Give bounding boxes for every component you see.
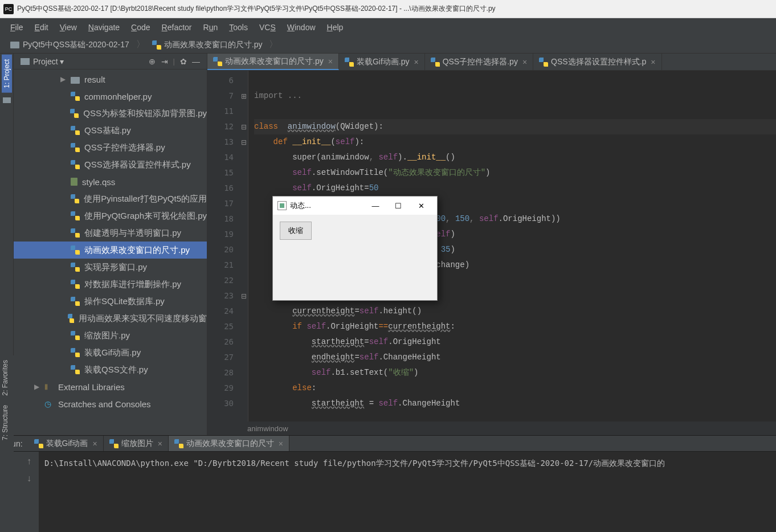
menu-run[interactable]: Run <box>198 21 224 34</box>
menu-window[interactable]: Window <box>281 21 321 34</box>
menu-code[interactable]: Code <box>125 21 156 34</box>
fold-icon <box>239 242 248 257</box>
maximize-icon[interactable]: ☐ <box>387 202 410 210</box>
expand-arrow-icon[interactable]: ▶ <box>60 75 68 83</box>
tree-item[interactable]: 用动画效果来实现不同速度移动窗 <box>14 310 207 327</box>
collapse-icon[interactable]: ⇥ <box>158 55 171 68</box>
code-line[interactable]: if self.OrigHeight==currentheight: <box>254 319 776 334</box>
tree-item[interactable]: QSS子控件选择器.py <box>14 139 207 156</box>
tool-structure[interactable]: 7: Structure <box>0 400 10 445</box>
code-line[interactable] <box>254 104 776 119</box>
close-icon[interactable]: × <box>651 58 655 67</box>
tool-project[interactable]: 1: Project <box>2 55 12 93</box>
run-tab-label: 装载Gif动画 <box>46 439 88 449</box>
menu-tools[interactable]: Tools <box>223 21 254 34</box>
tree-item[interactable]: ◷Scratches and Consoles <box>14 395 207 412</box>
code-line[interactable]: self.b1.setText("收缩") <box>254 365 776 380</box>
code-line[interactable]: self.OrigHeight=50 <box>254 181 776 196</box>
fold-icon[interactable]: ⊟ <box>239 288 248 304</box>
tree-item[interactable]: ▶⫴External Libraries <box>14 378 207 395</box>
hide-icon[interactable]: — <box>190 55 202 68</box>
fold-icon <box>239 319 248 334</box>
code-context[interactable]: animwindow <box>207 421 776 435</box>
tree-item[interactable]: 创建透明与半透明窗口.py <box>14 224 207 242</box>
tree-item[interactable]: 操作SQLite数据库.py <box>14 293 207 310</box>
close-icon[interactable]: × <box>279 439 283 448</box>
close-icon[interactable]: × <box>92 439 97 448</box>
tree-item[interactable]: 对数据库进行增删操作.py <box>14 276 207 293</box>
fold-icon[interactable]: ⊞ <box>239 88 248 104</box>
menu-help[interactable]: Help <box>321 21 349 34</box>
menu-vcs[interactable]: VCS <box>254 21 281 34</box>
down-arrow-icon[interactable]: ↓ <box>27 473 31 484</box>
menu-refactor[interactable]: Refactor <box>156 21 198 34</box>
code-line[interactable]: else: <box>254 380 776 396</box>
fold-gutter[interactable]: ⊞⊟⊟⊟ <box>239 71 248 421</box>
fold-icon <box>239 396 248 411</box>
tree-item[interactable]: ▶result <box>14 71 207 88</box>
run-tab[interactable]: 装载Gif动画× <box>28 436 104 451</box>
code-line[interactable]: class animwindow(QWidget): <box>254 119 776 134</box>
line-gutter[interactable]: 6711121314151617181920212223242526272829… <box>207 71 239 421</box>
tree-item[interactable]: commonhelper.py <box>14 88 207 105</box>
code-line[interactable]: self.setWindowTitle("动态效果改变窗口的尺寸") <box>254 165 776 181</box>
close-icon[interactable]: × <box>414 58 418 67</box>
code-line[interactable]: endheight=self.ChangeHeight <box>254 350 776 365</box>
editor-tab[interactable]: QSS子控件选择器.py× <box>425 54 533 70</box>
minimize-icon[interactable]: — <box>364 202 387 210</box>
close-icon[interactable]: ✕ <box>410 202 432 210</box>
code-line[interactable]: def __init__(self): <box>254 134 776 150</box>
close-icon[interactable]: × <box>522 58 527 67</box>
tree-item-label: 动画效果改变窗口的尺寸.py <box>84 245 190 256</box>
menu-navigate[interactable]: Navigate <box>83 21 125 34</box>
tree-item[interactable]: 缩放图片.py <box>14 327 207 344</box>
code-line[interactable]: import ... <box>254 88 776 104</box>
project-tree[interactable]: ▶resultcommonhelper.pyQSS为标签和按钮添加背景图.pyQ… <box>14 69 207 435</box>
run-tab-label: 缩放图片 <box>121 439 153 449</box>
menu-view[interactable]: View <box>54 21 83 34</box>
fold-icon <box>239 273 248 288</box>
menu-edit[interactable]: Edit <box>29 21 54 34</box>
tree-item[interactable]: QSS选择器设置控件样式.py <box>14 156 207 173</box>
run-tab[interactable]: 动画效果改变窗口的尺寸× <box>169 436 289 451</box>
shrink-button[interactable]: 收缩 <box>280 222 312 240</box>
run-tab[interactable]: 缩放图片× <box>104 436 169 451</box>
tree-item[interactable]: 使用Pyinstaller打包PyQt5的应用 <box>14 190 207 207</box>
folder-mini-icon[interactable] <box>3 97 11 103</box>
tree-item-label: 缩放图片.py <box>84 330 130 341</box>
run-body: ↻ ↑ ↓ D:\Install\ANACONDA\python.exe "D:… <box>0 452 776 532</box>
tree-item[interactable]: QSS基础.py <box>14 122 207 139</box>
tree-item[interactable]: style.qss <box>14 173 207 190</box>
editor-tab[interactable]: 动画效果改变窗口的尺寸.py× <box>207 54 339 70</box>
up-arrow-icon[interactable]: ↑ <box>27 456 31 466</box>
close-icon[interactable]: × <box>158 439 162 448</box>
fold-icon[interactable]: ⊟ <box>239 119 248 134</box>
breadcrumb-folder[interactable]: PyQt5中QSS基础-2020-02-17 <box>6 39 134 51</box>
editor-tab[interactable]: QSS选择器设置控件样式.p× <box>533 54 661 70</box>
tree-item[interactable]: 使用PyQtGraph来可视化绘图.py <box>14 207 207 224</box>
tree-item[interactable]: 装载QSS文件.py <box>14 361 207 378</box>
breadcrumb-file[interactable]: 动画效果改变窗口的尺寸.py <box>148 39 267 51</box>
close-icon[interactable]: × <box>328 57 333 66</box>
code-line[interactable]: startheight=self.OrigHeight <box>254 334 776 350</box>
tree-item[interactable]: 实现异形窗口.py <box>14 259 207 276</box>
settings-icon[interactable]: ✿ <box>177 55 190 68</box>
menu-file[interactable]: File <box>5 21 29 34</box>
expand-arrow-icon[interactable]: ▶ <box>34 383 42 391</box>
popup-window[interactable]: 动态... — ☐ ✕ 收缩 <box>272 196 438 301</box>
code-line[interactable]: currentheight=self.height() <box>254 304 776 319</box>
fold-icon[interactable]: ⊟ <box>239 134 248 150</box>
tree-item[interactable]: QSS为标签和按钮添加背景图.py <box>14 105 207 122</box>
locate-icon[interactable]: ⊕ <box>146 55 158 68</box>
folder-icon <box>10 42 19 48</box>
project-title[interactable]: Project ▾ <box>33 57 146 66</box>
code-line[interactable] <box>254 73 776 88</box>
tree-item[interactable]: 动画效果改变窗口的尺寸.py <box>14 242 207 259</box>
tool-favorites[interactable]: 2: Favorites <box>0 355 10 400</box>
code-line[interactable]: startheight = self.ChangeHeight <box>254 396 776 411</box>
tree-item[interactable]: 装载Gif动画.py <box>14 344 207 361</box>
run-output[interactable]: D:\Install\ANACONDA\python.exe "D:/Byrbt… <box>39 452 776 532</box>
popup-title-bar[interactable]: 动态... — ☐ ✕ <box>273 197 437 215</box>
editor-tab[interactable]: 装载Gif动画.py× <box>339 54 425 70</box>
code-line[interactable]: super(animwindow, self).__init__() <box>254 150 776 165</box>
